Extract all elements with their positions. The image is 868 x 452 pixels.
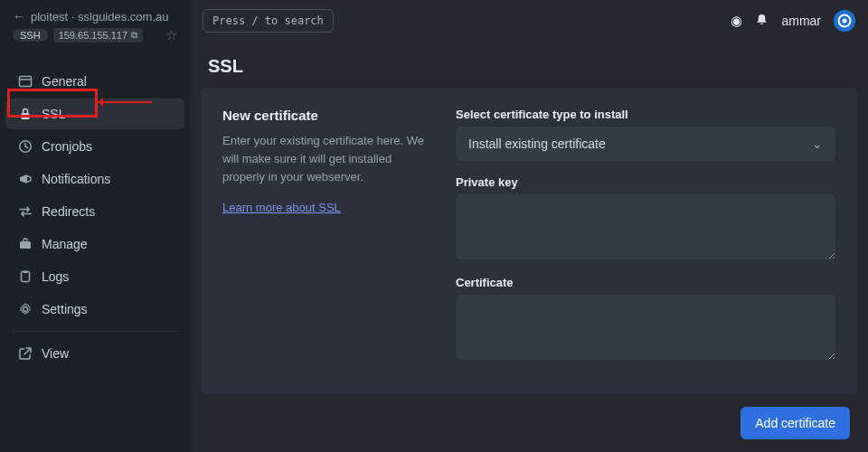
- select-label: Select certificate type to install: [456, 108, 835, 121]
- svg-rect-2: [22, 113, 30, 119]
- sidebar: ← ploitest · sslguides.com.au SSH 159.65…: [0, 0, 190, 452]
- lock-icon: [18, 107, 33, 121]
- star-icon[interactable]: ☆: [165, 27, 177, 43]
- sidebar-item-label: Manage: [42, 237, 88, 251]
- sidebar-item-settings[interactable]: Settings: [5, 294, 184, 325]
- sidebar-nav: General SSL Cronjobs Notifications Redir…: [0, 65, 190, 370]
- sidebar-item-label: Logs: [42, 269, 69, 284]
- svg-rect-6: [24, 271, 28, 274]
- add-certificate-button[interactable]: Add certificate: [741, 407, 850, 439]
- page-title: SSL: [190, 42, 868, 88]
- sidebar-divider: [13, 331, 177, 332]
- sidebar-item-label: Notifications: [42, 172, 110, 186]
- sidebar-item-cronjobs[interactable]: Cronjobs: [5, 131, 184, 162]
- username[interactable]: ammar: [781, 14, 821, 28]
- avatar[interactable]: [834, 10, 855, 32]
- sidebar-item-label: General: [42, 74, 87, 89]
- window-icon: [18, 74, 33, 89]
- sidebar-item-label: Redirects: [42, 204, 95, 219]
- search-hint[interactable]: Press / to search: [203, 9, 334, 33]
- sidebar-item-general[interactable]: General: [5, 66, 184, 97]
- svg-rect-5: [22, 272, 30, 282]
- private-key-label: Private key: [456, 175, 835, 189]
- swap-icon: [18, 204, 33, 219]
- learn-more-link[interactable]: Learn more about SSL: [222, 201, 341, 214]
- briefcase-icon: [18, 237, 33, 251]
- panel-description: Enter your existing certificate here. We…: [222, 132, 430, 186]
- external-icon: [18, 346, 33, 361]
- sidebar-item-label: Cronjobs: [42, 139, 92, 154]
- sidebar-item-ssl[interactable]: SSL: [5, 99, 184, 129]
- certificate-panel: New certificate Enter your existing cert…: [201, 88, 857, 394]
- ip-chip[interactable]: 159.65.155.117 ⧉: [53, 28, 143, 42]
- certificate-label: Certificate: [456, 276, 835, 289]
- bell-icon[interactable]: [755, 13, 769, 29]
- sidebar-item-logs[interactable]: Logs: [5, 261, 184, 292]
- certificate-type-select[interactable]: Install existing certificate ⌄: [456, 127, 835, 161]
- sidebar-item-view[interactable]: View: [5, 338, 184, 369]
- private-key-input[interactable]: [456, 194, 835, 259]
- clipboard-icon: [18, 269, 33, 284]
- chevron-down-icon: ⌄: [812, 137, 823, 151]
- ip-text: 159.65.155.117: [59, 30, 127, 41]
- sidebar-item-notifications[interactable]: Notifications: [5, 164, 184, 194]
- certificate-input[interactable]: [456, 295, 835, 360]
- ssh-badge[interactable]: SSH: [13, 29, 48, 42]
- sidebar-item-label: View: [42, 346, 69, 361]
- gear-icon: [18, 302, 33, 316]
- panel-heading: New certificate: [222, 108, 430, 123]
- sidebar-header: ← ploitest · sslguides.com.au SSH 159.65…: [0, 0, 190, 52]
- megaphone-icon: [18, 172, 33, 186]
- svg-rect-0: [20, 77, 32, 87]
- select-value: Install existing certificate: [468, 137, 606, 151]
- topbar: Press / to search ◉ ammar: [190, 0, 868, 42]
- main-area: Press / to search ◉ ammar SSL New certif…: [190, 0, 868, 452]
- sidebar-item-redirects[interactable]: Redirects: [5, 196, 184, 227]
- record-icon[interactable]: ◉: [731, 13, 742, 29]
- panel-footer: Add certificate: [190, 394, 868, 452]
- back-arrow-icon[interactable]: ←: [13, 9, 25, 24]
- copy-icon[interactable]: ⧉: [131, 30, 137, 41]
- clock-icon: [18, 139, 33, 154]
- sidebar-item-manage[interactable]: Manage: [5, 229, 184, 259]
- svg-point-10: [843, 19, 847, 24]
- sidebar-item-label: SSL: [42, 107, 65, 121]
- sidebar-item-label: Settings: [42, 302, 88, 316]
- breadcrumb[interactable]: ploitest · sslguides.com.au: [31, 10, 168, 24]
- svg-rect-4: [20, 241, 31, 249]
